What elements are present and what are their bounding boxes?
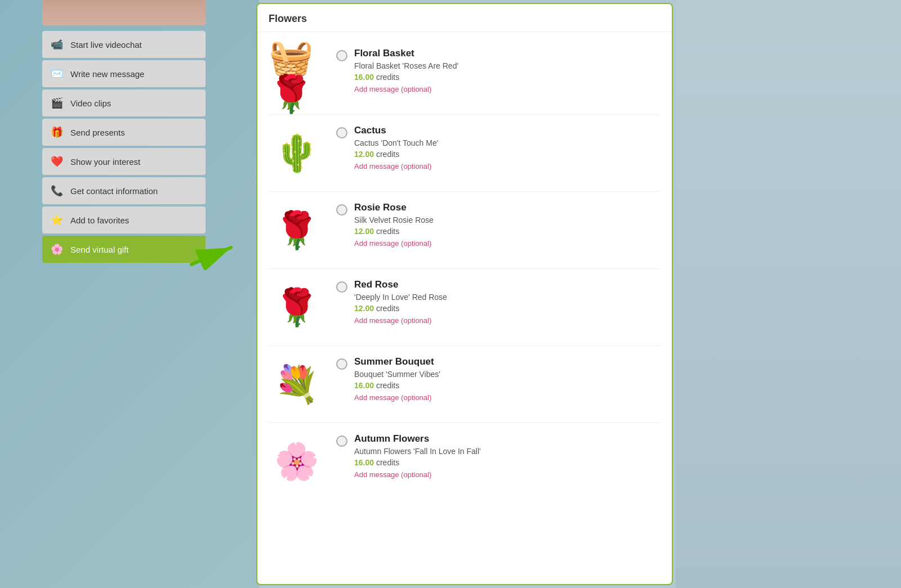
flower-radio-rosie-rose[interactable]	[336, 204, 347, 216]
flower-item-autumn-flowers: 🌸Autumn FlowersAutumn Flowers 'Fall In L…	[269, 423, 661, 500]
send-presents-label: Send presents	[70, 128, 125, 137]
flower-image-summer-bouquet: 💐	[269, 356, 325, 412]
flower-radio-red-rose[interactable]	[336, 281, 347, 293]
flower-add-message-rosie-rose[interactable]: Add message (optional)	[354, 239, 431, 248]
flower-info-summer-bouquet: Summer BouquetBouquet 'Summer Vibes'16.0…	[354, 356, 661, 402]
flower-info-floral-basket: Floral BasketFloral Basket 'Roses Are Re…	[354, 48, 661, 94]
flower-price-floral-basket: 16.00 credits	[354, 73, 661, 82]
flower-desc-floral-basket: Floral Basket 'Roses Are Red'	[354, 61, 661, 70]
panel-title: Flowers	[257, 4, 672, 32]
write-message-icon: ✉️	[49, 66, 65, 82]
flower-desc-red-rose: 'Deeply In Love' Red Rose	[354, 293, 661, 302]
flower-name-rosie-rose: Rosie Rose	[354, 202, 661, 213]
arrow-indicator	[186, 236, 242, 270]
flower-info-rosie-rose: Rosie RoseSilk Velvet Rosie Rose12.00 cr…	[354, 202, 661, 248]
flower-emoji-summer-bouquet: 💐	[274, 366, 319, 402]
add-favorites-label: Add to favorites	[70, 216, 129, 225]
flower-add-message-red-rose[interactable]: Add message (optional)	[354, 316, 431, 325]
flower-name-floral-basket: Floral Basket	[354, 48, 661, 59]
flower-image-rosie-rose: 🌹	[269, 202, 325, 258]
flower-item-cactus: 🌵CactusCactus 'Don't Touch Me'12.00 cred…	[269, 115, 661, 192]
flower-price-red-rose: 12.00 credits	[354, 304, 661, 313]
flower-desc-rosie-rose: Silk Velvet Rosie Rose	[354, 216, 661, 225]
flower-image-autumn-flowers: 🌸	[269, 433, 325, 490]
flower-info-autumn-flowers: Autumn FlowersAutumn Flowers 'Fall In Lo…	[354, 433, 661, 479]
flower-add-message-autumn-flowers[interactable]: Add message (optional)	[354, 470, 431, 479]
show-interest-label: Show your interest	[70, 157, 140, 167]
flower-price-rosie-rose: 12.00 credits	[354, 227, 661, 236]
flower-name-red-rose: Red Rose	[354, 279, 661, 290]
flower-item-floral-basket: 🧺🌹Floral BasketFloral Basket 'Roses Are …	[269, 38, 661, 115]
sidebar-item-send-presents[interactable]: 🎁Send presents	[42, 119, 206, 146]
svg-line-1	[191, 248, 231, 264]
flower-item-summer-bouquet: 💐Summer BouquetBouquet 'Summer Vibes'16.…	[269, 346, 661, 423]
sidebar: 📹Start live videochat✉️Write new message…	[42, 31, 206, 265]
flower-emoji-cactus: 🌵	[274, 135, 319, 171]
video-clips-icon: 🎬	[49, 95, 65, 111]
flower-desc-cactus: Cactus 'Don't Touch Me'	[354, 138, 661, 147]
send-presents-icon: 🎁	[49, 124, 65, 140]
get-contact-label: Get contact information	[70, 186, 158, 196]
flower-name-autumn-flowers: Autumn Flowers	[354, 433, 661, 445]
sidebar-item-live-videochat[interactable]: 📹Start live videochat	[42, 31, 206, 58]
flower-image-red-rose: 🌹	[269, 279, 325, 335]
flower-name-cactus: Cactus	[354, 125, 661, 136]
sidebar-item-add-favorites[interactable]: ⭐Add to favorites	[42, 207, 206, 234]
sidebar-item-write-message[interactable]: ✉️Write new message	[42, 60, 206, 87]
flower-emoji-autumn-flowers: 🌸	[274, 443, 319, 479]
flower-info-red-rose: Red Rose'Deeply In Love' Red Rose12.00 c…	[354, 279, 661, 325]
get-contact-icon: 📞	[49, 183, 65, 199]
flower-item-rosie-rose: 🌹Rosie RoseSilk Velvet Rosie Rose12.00 c…	[269, 192, 661, 269]
flower-radio-floral-basket[interactable]	[336, 50, 347, 61]
flower-image-cactus: 🌵	[269, 125, 325, 181]
flower-image-floral-basket: 🧺🌹	[269, 48, 325, 104]
flower-radio-summer-bouquet[interactable]	[336, 358, 347, 370]
flower-price-autumn-flowers: 16.00 credits	[354, 458, 661, 467]
flower-radio-cactus[interactable]	[336, 127, 347, 138]
flower-item-red-rose: 🌹Red Rose'Deeply In Love' Red Rose12.00 …	[269, 269, 661, 346]
flower-price-summer-bouquet: 16.00 credits	[354, 381, 661, 390]
flowers-panel: Flowers 🧺🌹Floral BasketFloral Basket 'Ro…	[256, 3, 673, 585]
send-gift-label: Send virtual gift	[70, 245, 128, 254]
sidebar-item-show-interest[interactable]: ❤️Show your interest	[42, 148, 206, 175]
profile-image	[42, 0, 206, 25]
add-favorites-icon: ⭐	[49, 212, 65, 228]
send-gift-icon: 🌸	[49, 241, 65, 257]
flower-price-cactus: 12.00 credits	[354, 150, 661, 159]
sidebar-item-get-contact[interactable]: 📞Get contact information	[42, 177, 206, 204]
flower-add-message-summer-bouquet[interactable]: Add message (optional)	[354, 393, 431, 402]
show-interest-icon: ❤️	[49, 154, 65, 169]
flower-name-summer-bouquet: Summer Bouquet	[354, 356, 661, 367]
video-clips-label: Video clips	[70, 98, 111, 108]
sidebar-item-send-gift[interactable]: 🌸Send virtual gift	[42, 236, 206, 263]
sidebar-item-video-clips[interactable]: 🎬Video clips	[42, 89, 206, 116]
right-background	[676, 0, 901, 588]
flower-add-message-floral-basket[interactable]: Add message (optional)	[354, 85, 431, 93]
flower-add-message-cactus[interactable]: Add message (optional)	[354, 162, 431, 170]
write-message-label: Write new message	[70, 69, 144, 79]
flower-desc-autumn-flowers: Autumn Flowers 'Fall In Love In Fall'	[354, 447, 661, 456]
live-videochat-label: Start live videochat	[70, 40, 142, 50]
flower-radio-autumn-flowers[interactable]	[336, 436, 347, 447]
flower-emoji-rosie-rose: 🌹	[274, 212, 319, 248]
flower-info-cactus: CactusCactus 'Don't Touch Me'12.00 credi…	[354, 125, 661, 171]
flower-desc-summer-bouquet: Bouquet 'Summer Vibes'	[354, 370, 661, 379]
flowers-list: 🧺🌹Floral BasketFloral Basket 'Roses Are …	[257, 32, 672, 505]
flower-emoji-red-rose: 🌹	[274, 289, 319, 325]
live-videochat-icon: 📹	[49, 37, 65, 52]
flower-emoji-floral-basket: 🧺🌹	[269, 40, 325, 112]
